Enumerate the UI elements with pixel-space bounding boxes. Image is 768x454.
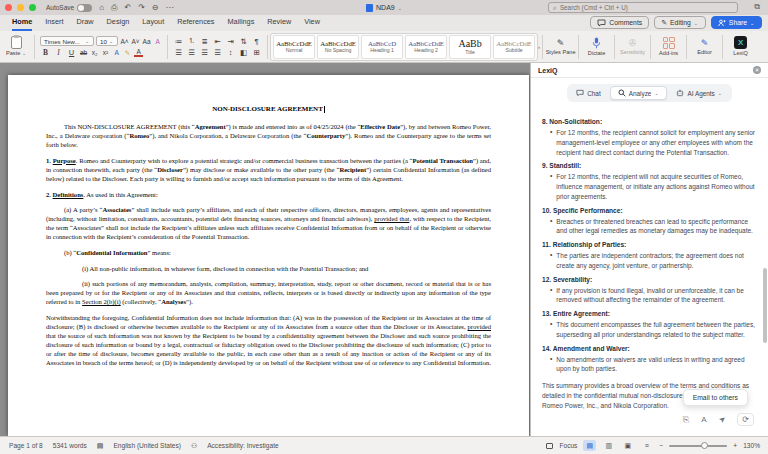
ribbon-tab-design[interactable]: Design [107, 15, 130, 31]
ribbon-tab-view[interactable]: View [304, 15, 320, 31]
autosave-toggle[interactable] [77, 4, 92, 12]
comments-button[interactable]: Comments [590, 16, 649, 29]
close-window-icon[interactable] [5, 4, 12, 11]
home-icon[interactable]: ⌂ [99, 3, 104, 12]
font-color-icon[interactable]: A [134, 48, 143, 57]
bold-icon[interactable]: B [40, 48, 51, 57]
bullet-list-icon[interactable]: ≔ [173, 37, 184, 46]
undo-icon[interactable]: ↶ [124, 3, 131, 12]
pilcrow-icon[interactable]: ¶ [251, 37, 262, 46]
hide-ribbon-icon[interactable]: ⊖ [152, 3, 159, 12]
paste-button[interactable]: Paste ⌄ [0, 36, 32, 57]
editor-button[interactable]: ✎ Editor [689, 33, 720, 61]
style-no-spacing[interactable]: AaBbCcDdENo Spacing [317, 35, 359, 59]
zoom-slider-knob[interactable] [701, 442, 708, 449]
style-normal[interactable]: AaBbCcDdENormal [273, 35, 315, 59]
ribbon-tab-draw[interactable]: Draw [77, 15, 94, 31]
style-heading-2[interactable]: AaBbCcDdEHeading 2 [405, 35, 447, 59]
font-name-select[interactable]: Times New...⌄ [40, 36, 94, 46]
grow-font-icon[interactable]: A˄ [120, 38, 129, 45]
zoom-out-icon[interactable]: − [659, 442, 663, 449]
zoom-level[interactable]: 130% [743, 442, 760, 449]
more-commands-icon[interactable]: ⋯ [166, 3, 174, 12]
ribbon-tab-layout[interactable]: Layout [142, 15, 164, 31]
close-icon[interactable]: ✕ [753, 66, 761, 74]
regenerate-icon[interactable]: ⟳ [737, 413, 754, 426]
analysis-summary-panel[interactable]: 8. Non-Solicitation:•For 12 months, the … [531, 109, 768, 436]
print-layout-view-icon[interactable]: ▤ [583, 440, 596, 451]
zoom-in-icon[interactable]: + [733, 442, 737, 449]
style-heading-1[interactable]: AaBbCcDHeading 1 [361, 35, 403, 59]
style-subtitle[interactable]: AaBbCcDdESubtitle [493, 35, 535, 59]
numbered-list-icon[interactable]: ⒈ [186, 36, 197, 46]
styles-pane-button[interactable]: ✎ Styles Pane [545, 33, 576, 61]
autosave-control[interactable]: AutoSave [46, 4, 92, 12]
accessibility-icon[interactable]: ⚇ [191, 442, 197, 450]
tab-analyze[interactable]: Analyze ⌄ [610, 86, 668, 100]
ribbon-tab-references[interactable]: References [177, 15, 214, 31]
profile-icon[interactable]: A [701, 415, 706, 424]
ribbon-tab-home[interactable]: Home [12, 15, 32, 31]
shading-icon[interactable]: ◧ [238, 48, 249, 57]
ribbon-tab-insert[interactable]: Insert [45, 15, 63, 31]
subscript-icon[interactable]: x₂ [90, 49, 99, 56]
underline-icon[interactable]: U [66, 48, 77, 57]
borders-icon[interactable]: ⊞ [251, 48, 262, 57]
doc-title-caret-icon[interactable]: ⌄ [398, 5, 402, 11]
copy-link-icon[interactable]: ⧉ [754, 2, 760, 12]
document-title[interactable]: NDA9 [376, 4, 395, 11]
highlight-icon[interactable]: ✎ [123, 49, 132, 57]
align-left-icon[interactable]: ☰ [173, 48, 184, 57]
tab-ai-agents[interactable]: AI Agents ⌄ [669, 86, 729, 100]
style-sample: AaBbCcDdE [408, 40, 444, 47]
email-send-icon[interactable]: ➤ [719, 415, 726, 424]
outline-view-icon[interactable]: ▣ [621, 440, 634, 451]
web-layout-view-icon[interactable]: ▥ [602, 440, 615, 451]
add-ins-button[interactable]: Add-ins [653, 33, 684, 61]
sidebar-scrollbar[interactable] [763, 268, 767, 343]
doc-paragraph: Notwithstanding the foregoing, Confident… [46, 313, 491, 368]
word-count[interactable]: 5341 words [53, 442, 87, 449]
zoom-window-icon[interactable] [29, 4, 36, 11]
outdent-icon[interactable]: ⇤ [212, 37, 223, 46]
lexiq-ribbon-button[interactable]: X LexiQ [725, 33, 756, 61]
shrink-font-icon[interactable]: A˅ [131, 38, 140, 45]
document-page[interactable]: NON-DISCLOSURE AGREEMENT This NON-DISCLO… [8, 75, 529, 436]
ribbon-tab-mailings[interactable]: Mailings [228, 15, 255, 31]
superscript-icon[interactable]: x² [101, 49, 110, 56]
zoom-slider[interactable] [669, 445, 727, 447]
strikethrough-icon[interactable]: ab [79, 49, 88, 56]
clear-formatting-icon[interactable]: A [153, 38, 162, 45]
style-title[interactable]: AaBbTitle [449, 35, 491, 59]
align-right-icon[interactable]: ☰ [199, 48, 210, 57]
dictate-button[interactable]: Dictate [581, 33, 612, 61]
indent-icon[interactable]: ⇥ [225, 37, 236, 46]
editing-mode-button[interactable]: ✎ Editing ⌄ [654, 16, 706, 29]
change-case-icon[interactable]: Aa [142, 38, 151, 45]
text-effects-icon[interactable]: A [112, 49, 121, 56]
save-icon[interactable]: ⎙ [111, 3, 117, 13]
ribbon-tab-review[interactable]: Review [267, 15, 291, 31]
tab-chat[interactable]: Chat [569, 86, 608, 100]
copy-icon[interactable]: ⎘ [683, 415, 689, 425]
search-input[interactable]: ⌕ Search (Cmd + Ctrl + U) [548, 2, 738, 13]
redo-icon[interactable]: ↷ [138, 3, 145, 12]
italic-icon[interactable]: I [53, 48, 64, 57]
share-button[interactable]: Share ⌄ [711, 16, 762, 29]
draft-view-icon[interactable]: ≡ [640, 440, 653, 451]
sensitivity-button[interactable]: ✇ Sensitivity [617, 33, 648, 61]
line-spacing-icon[interactable]: ↕ [225, 48, 236, 57]
accessibility-status[interactable]: Accessibility: Investigate [207, 442, 278, 449]
multilevel-list-icon[interactable]: ≣ [199, 37, 210, 46]
align-center-icon[interactable]: ☰ [186, 48, 197, 57]
summary-bullet: •For 12 months, the recipient will not a… [542, 172, 757, 201]
focus-label[interactable]: Focus [559, 442, 577, 449]
page-indicator[interactable]: Page 1 of 8 [9, 442, 43, 449]
font-size-select[interactable]: 10⌄ [96, 36, 118, 46]
styles-gallery-expander-icon[interactable]: › [538, 44, 540, 50]
language-indicator[interactable]: English (United States) [113, 442, 180, 449]
minimize-window-icon[interactable] [17, 4, 24, 11]
justify-icon[interactable]: ☰ [212, 48, 223, 57]
sort-icon[interactable]: ⇅ [238, 37, 249, 46]
proofing-icon[interactable]: ▤ [97, 442, 104, 450]
